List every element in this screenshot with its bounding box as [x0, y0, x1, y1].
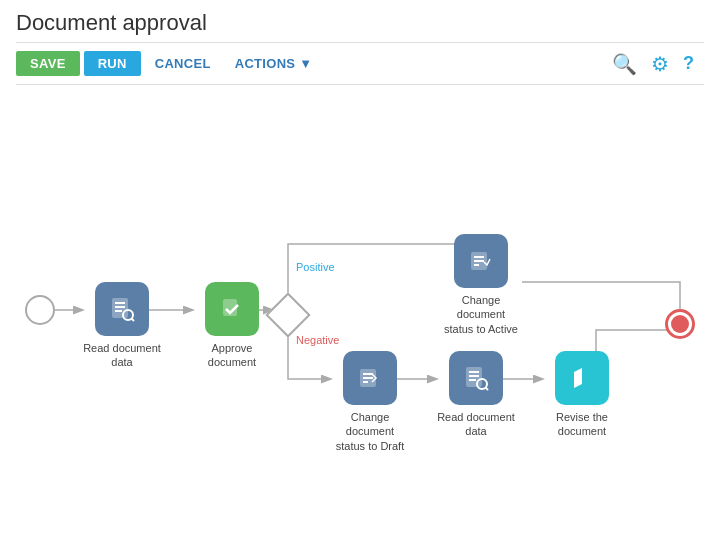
svg-line-11: [132, 319, 135, 322]
read-document-label: Read document data: [82, 341, 162, 370]
end-node[interactable]: [665, 309, 695, 339]
chevron-down-icon: ▼: [299, 56, 312, 71]
approve-document-label: Approve document: [192, 341, 272, 370]
revise-document-node[interactable]: Revise the document: [542, 351, 622, 439]
run-button[interactable]: RUN: [84, 51, 141, 76]
positive-branch-label: Positive: [296, 261, 335, 273]
settings-icon[interactable]: ⚙: [651, 52, 669, 76]
gateway-diamond[interactable]: [272, 299, 304, 331]
revise-document-label: Revise the document: [542, 410, 622, 439]
revise-document-icon: [555, 351, 609, 405]
flow-canvas: Read document data Approve document Posi…: [0, 89, 720, 509]
read-document-icon: [95, 282, 149, 336]
start-circle: [25, 295, 55, 325]
read-document2-icon: [449, 351, 503, 405]
actions-button[interactable]: ACTIONS ▼: [225, 51, 323, 76]
search-icon[interactable]: 🔍: [612, 52, 637, 76]
change-draft-label: Change document status to Draft: [330, 410, 410, 453]
cancel-button[interactable]: CANCEL: [145, 51, 221, 76]
change-active-node[interactable]: Change document status to Active: [441, 234, 521, 336]
page-title: Document approval: [16, 10, 704, 36]
change-active-icon: [454, 234, 508, 288]
approve-document-node[interactable]: Approve document: [192, 282, 272, 370]
negative-branch-label: Negative: [296, 334, 339, 346]
svg-line-26: [486, 388, 489, 391]
change-draft-node[interactable]: Change document status to Draft: [330, 351, 410, 453]
read-document2-node[interactable]: Read document data: [436, 351, 516, 439]
svg-marker-27: [574, 368, 582, 388]
approve-document-icon: [205, 282, 259, 336]
read-document-node[interactable]: Read document data: [82, 282, 162, 370]
end-circle: [665, 309, 695, 339]
save-button[interactable]: SAVE: [16, 51, 80, 76]
change-draft-icon: [343, 351, 397, 405]
start-node[interactable]: [25, 295, 55, 325]
change-active-label: Change document status to Active: [441, 293, 521, 336]
read-document2-label: Read document data: [436, 410, 516, 439]
help-icon[interactable]: ?: [683, 53, 694, 74]
